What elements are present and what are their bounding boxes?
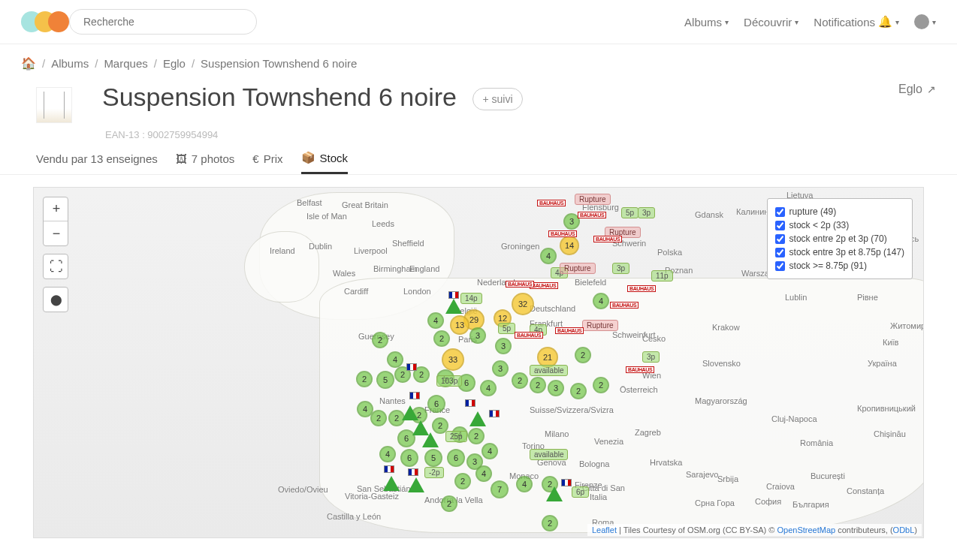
cluster-marker[interactable]: 2 — [542, 515, 558, 531]
stock-badge[interactable]: 5p — [621, 207, 639, 218]
nav-discover[interactable]: Découvrir▾ — [744, 16, 799, 29]
stock-badge[interactable]: 3p — [642, 351, 660, 363]
nav-albums[interactable]: Albums▾ — [684, 16, 729, 29]
cluster-marker[interactable]: 4 — [540, 248, 557, 264]
store-logo-bauhaus[interactable]: BAUHAUS — [515, 332, 543, 339]
cluster-marker[interactable]: 14 — [560, 236, 579, 255]
zoom-in-button[interactable]: + — [44, 197, 68, 221]
osm-link[interactable]: OpenStreetMap — [777, 525, 836, 534]
stock-badge[interactable]: -2p — [424, 467, 444, 478]
stock-badge[interactable]: 5p — [498, 323, 515, 334]
layer-toggle-3[interactable]: stock entre 3p et 8.75p (147) — [775, 245, 904, 259]
zoom-out-button[interactable]: − — [44, 221, 68, 245]
city-label: Cрна Гора — [695, 498, 735, 507]
stock-badge[interactable]: Rupture — [582, 320, 618, 331]
breadcrumb-brand[interactable]: Eglo — [163, 57, 186, 70]
cluster-marker[interactable]: 2 — [575, 347, 591, 363]
store-logo-bauhaus[interactable]: BAUHAUS — [578, 212, 606, 218]
cluster-marker[interactable]: 3 — [492, 360, 509, 377]
locate-button[interactable]: ⬤ — [44, 288, 68, 312]
tab-price[interactable]: €Prix — [252, 151, 282, 174]
cluster-marker[interactable]: 2 — [370, 410, 387, 426]
cluster-marker[interactable]: 2 — [570, 383, 587, 399]
tab-stock[interactable]: 📦Stock — [301, 151, 349, 174]
store-logo-bauhaus[interactable]: BAUHAUS — [610, 302, 639, 309]
user-menu[interactable]: ▾ — [914, 14, 936, 29]
cluster-marker[interactable]: 4 — [475, 465, 492, 482]
stock-badge[interactable]: Rupture — [560, 263, 596, 274]
cluster-marker[interactable]: 6 — [400, 449, 418, 467]
cluster-marker[interactable]: 2 — [441, 495, 457, 512]
cluster-marker[interactable]: 2 — [530, 377, 546, 393]
cluster-marker[interactable]: 13 — [450, 315, 469, 335]
cluster-marker[interactable]: 4 — [593, 293, 609, 309]
breadcrumb-marques[interactable]: Marques — [104, 57, 147, 70]
stock-badge[interactable]: 103p — [436, 375, 462, 387]
tab-sold-by[interactable]: Vendu par 13 enseignes — [36, 151, 158, 174]
store-logo-bauhaus[interactable]: BAUHAUS — [548, 230, 577, 237]
breadcrumb-albums[interactable]: Albums — [51, 57, 89, 70]
store-marker-triangle[interactable] — [408, 477, 424, 492]
cluster-marker[interactable]: 3 — [495, 338, 512, 354]
fullscreen-button[interactable]: ⛶ — [44, 254, 68, 278]
store-logo-bauhaus[interactable]: BAUHAUS — [555, 327, 584, 334]
nav-notifications[interactable]: Notifications🔔▾ — [814, 15, 899, 29]
stock-map[interactable]: BelfastGreat BritainIsle of ManLeedsDubl… — [33, 187, 924, 538]
cluster-marker[interactable]: 2 — [512, 372, 528, 389]
store-marker-triangle[interactable] — [469, 411, 486, 426]
layer-toggle-0[interactable]: rupture (49) — [775, 205, 904, 218]
home-icon[interactable]: 🏠 — [21, 56, 36, 71]
stock-badge[interactable]: 3p — [638, 207, 655, 218]
cluster-marker[interactable]: 5 — [424, 449, 442, 467]
cluster-marker[interactable]: 3 — [469, 327, 486, 344]
search-input[interactable] — [69, 9, 257, 35]
tabs: Vendu par 13 enseignes 🖼7 photos €Prix 📦… — [0, 140, 957, 175]
stock-badge[interactable]: available — [530, 449, 568, 460]
store-marker-triangle[interactable] — [445, 299, 462, 314]
store-logo-bauhaus[interactable]: BAUHAUS — [506, 281, 534, 288]
cluster-marker[interactable]: 2 — [454, 473, 471, 489]
store-logo-bauhaus[interactable]: BAUHAUS — [626, 366, 654, 373]
cluster-marker[interactable]: 6 — [427, 395, 445, 413]
cluster-marker[interactable]: 4 — [480, 380, 497, 396]
brand-link[interactable]: Eglo ↗ — [898, 83, 936, 96]
cluster-marker[interactable]: 2 — [433, 330, 450, 347]
stock-badge[interactable]: Rupture — [575, 194, 611, 205]
cluster-marker[interactable]: 4 — [516, 476, 533, 492]
store-logo-bauhaus[interactable]: BAUHAUS — [537, 200, 566, 206]
cluster-marker[interactable]: 5 — [376, 371, 394, 389]
store-marker-triangle[interactable] — [546, 486, 563, 501]
tab-photos[interactable]: 🖼7 photos — [176, 151, 235, 174]
stock-badge[interactable]: 14p — [460, 293, 482, 304]
store-marker-triangle[interactable] — [402, 405, 418, 420]
cluster-marker[interactable]: 2 — [593, 377, 609, 393]
follow-button[interactable]: +suivi — [472, 88, 522, 110]
cluster-marker[interactable]: 4 — [379, 446, 396, 462]
leaflet-link[interactable]: Leaflet — [592, 525, 617, 534]
store-logo-bauhaus[interactable]: BAUHAUS — [627, 285, 656, 292]
cluster-marker[interactable]: 3 — [548, 380, 564, 396]
store-marker-triangle[interactable] — [383, 476, 400, 491]
stock-badge[interactable]: 6p — [572, 486, 589, 498]
cluster-marker[interactable]: 32 — [512, 293, 534, 315]
stock-badge[interactable]: 11p — [651, 270, 673, 282]
stock-badge[interactable]: available — [530, 365, 568, 376]
cluster-marker[interactable]: 2 — [372, 332, 388, 348]
cluster-marker[interactable]: 2 — [356, 371, 373, 387]
layer-toggle-2[interactable]: stock entre 2p et 3p (70) — [775, 232, 904, 245]
ean-label: EAN-13 : 9002759954994 — [0, 129, 957, 140]
cluster-marker[interactable]: 7 — [491, 480, 509, 498]
store-logo-bauhaus[interactable]: BAUHAUS — [593, 236, 622, 242]
cluster-marker[interactable]: 2 — [468, 428, 485, 444]
layer-toggle-1[interactable]: stock < 2p (33) — [775, 218, 904, 232]
cluster-marker[interactable]: 33 — [442, 348, 464, 371]
cluster-marker[interactable]: 4 — [482, 443, 498, 459]
cluster-marker[interactable]: 6 — [447, 449, 465, 467]
stock-badge[interactable]: 3p — [612, 263, 629, 274]
odbl-link[interactable]: ODbL — [893, 525, 915, 534]
cluster-marker[interactable]: 4 — [427, 312, 444, 329]
store-marker-triangle[interactable] — [422, 432, 439, 447]
layer-toggle-4[interactable]: stock >= 8.75p (91) — [775, 259, 904, 272]
stock-badge[interactable]: 25p — [445, 431, 467, 442]
cluster-marker[interactable]: 4 — [387, 351, 403, 368]
